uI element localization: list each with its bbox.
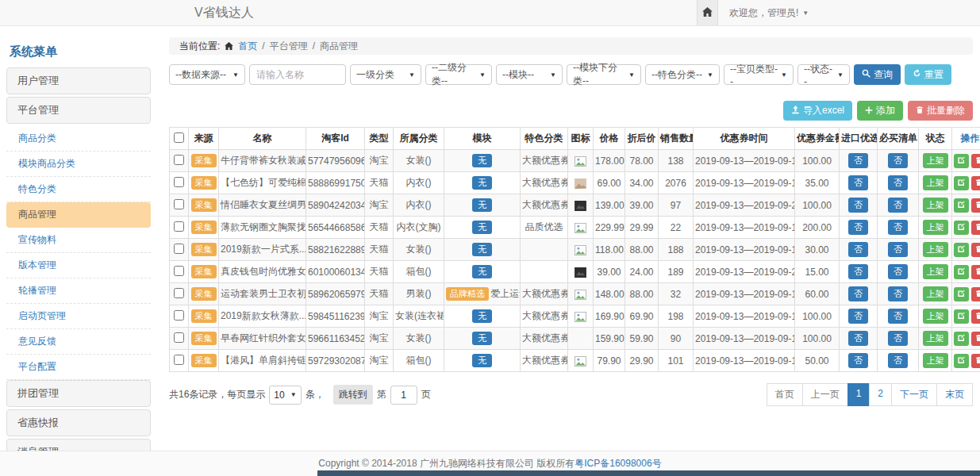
sidebar-item-6[interactable]: 宣传物料 bbox=[6, 228, 151, 253]
edit-button[interactable] bbox=[954, 243, 969, 257]
sidebar-item-11[interactable]: 平台配置 bbox=[6, 355, 151, 380]
row-checkbox[interactable] bbox=[174, 177, 184, 187]
delete-button[interactable] bbox=[971, 176, 980, 190]
sidebar-item-7[interactable]: 版本管理 bbox=[6, 253, 151, 278]
status-toggle[interactable]: 上架 bbox=[923, 198, 948, 213]
must-buy-toggle[interactable]: 否 bbox=[888, 309, 908, 324]
row-checkbox[interactable] bbox=[174, 221, 184, 232]
page-1-button[interactable]: 1 bbox=[847, 383, 870, 406]
edit-button[interactable] bbox=[954, 221, 969, 235]
delete-button[interactable] bbox=[971, 332, 980, 346]
edit-button[interactable] bbox=[954, 265, 969, 279]
status-toggle[interactable]: 上架 bbox=[923, 353, 948, 368]
row-checkbox[interactable] bbox=[174, 288, 184, 298]
sidebar-item-9[interactable]: 启动页管理 bbox=[6, 304, 151, 329]
edit-button[interactable] bbox=[954, 198, 969, 213]
must-buy-toggle[interactable]: 否 bbox=[888, 286, 908, 301]
delete-button[interactable] bbox=[971, 265, 980, 279]
data-source-select[interactable]: --数据来源--▼ bbox=[169, 64, 245, 85]
search-button[interactable]: 查询 bbox=[854, 64, 901, 85]
status-toggle[interactable]: 上架 bbox=[923, 264, 948, 279]
row-checkbox[interactable] bbox=[174, 244, 184, 254]
must-buy-toggle[interactable]: 否 bbox=[888, 331, 908, 346]
sidebar-item-4[interactable]: 特色分类 bbox=[6, 177, 151, 202]
status-select[interactable]: --状态--▼ bbox=[797, 64, 850, 85]
level1-category-select[interactable]: 一级分类▼ bbox=[350, 64, 421, 85]
sidebar-group-1[interactable]: 平台管理 bbox=[6, 97, 151, 124]
import-select-toggle[interactable]: 否 bbox=[848, 286, 868, 301]
import-select-toggle[interactable]: 否 bbox=[848, 198, 868, 213]
page-first-button[interactable]: 首页 bbox=[767, 383, 803, 406]
row-checkbox[interactable] bbox=[174, 155, 184, 165]
jump-to-page-button[interactable]: 跳转到 bbox=[333, 385, 373, 405]
delete-button[interactable] bbox=[971, 198, 980, 213]
status-toggle[interactable]: 上架 bbox=[923, 153, 948, 168]
sidebar-item-10[interactable]: 意见反馈 bbox=[6, 329, 151, 355]
page-last-button[interactable]: 末页 bbox=[936, 383, 973, 406]
sidebar-item-5[interactable]: 商品管理 bbox=[6, 202, 151, 228]
item-type-select[interactable]: --宝贝类型--▼ bbox=[724, 64, 794, 85]
import-select-toggle[interactable]: 否 bbox=[848, 264, 868, 279]
status-toggle[interactable]: 上架 bbox=[923, 331, 948, 346]
import-select-toggle[interactable]: 否 bbox=[848, 309, 868, 324]
user-menu[interactable]: 欢迎您，管理员! ▼ bbox=[718, 0, 980, 25]
row-checkbox[interactable] bbox=[174, 310, 184, 321]
status-toggle[interactable]: 上架 bbox=[923, 286, 948, 301]
module-subcategory-select[interactable]: --模块下分类--▼ bbox=[567, 64, 641, 85]
import-select-toggle[interactable]: 否 bbox=[848, 353, 868, 368]
edit-button[interactable] bbox=[954, 154, 969, 168]
must-buy-toggle[interactable]: 否 bbox=[888, 175, 908, 190]
row-checkbox[interactable] bbox=[174, 332, 184, 343]
page-2-button[interactable]: 2 bbox=[869, 383, 892, 406]
status-toggle[interactable]: 上架 bbox=[923, 175, 948, 190]
must-buy-toggle[interactable]: 否 bbox=[888, 153, 908, 168]
row-checkbox[interactable] bbox=[174, 266, 184, 276]
sidebar-group-13[interactable]: 省惠快报 bbox=[6, 409, 151, 436]
reset-button[interactable]: 重置 bbox=[905, 64, 951, 85]
delete-button[interactable] bbox=[971, 221, 980, 235]
page-prev-button[interactable]: 上一页 bbox=[802, 383, 848, 406]
status-toggle[interactable]: 上架 bbox=[923, 242, 948, 257]
must-buy-toggle[interactable]: 否 bbox=[888, 353, 908, 368]
import-excel-button[interactable]: 导入excel bbox=[783, 101, 852, 121]
status-toggle[interactable]: 上架 bbox=[923, 309, 948, 324]
page-number-input[interactable] bbox=[390, 386, 417, 405]
import-select-toggle[interactable]: 否 bbox=[848, 220, 868, 235]
select-all-checkbox[interactable] bbox=[174, 132, 184, 143]
must-buy-toggle[interactable]: 否 bbox=[888, 242, 908, 257]
sidebar-group-0[interactable]: 用户管理 bbox=[6, 67, 151, 94]
edit-button[interactable] bbox=[954, 176, 969, 190]
must-buy-toggle[interactable]: 否 bbox=[888, 264, 908, 279]
delete-button[interactable] bbox=[971, 354, 980, 368]
icp-link[interactable]: 粤ICP备16098006号 bbox=[575, 457, 661, 470]
breadcrumb-home-link[interactable]: 首页 bbox=[238, 40, 257, 53]
delete-button[interactable] bbox=[971, 287, 980, 301]
delete-button[interactable] bbox=[971, 309, 980, 324]
row-checkbox[interactable] bbox=[174, 355, 184, 365]
import-select-toggle[interactable]: 否 bbox=[848, 175, 868, 190]
delete-button[interactable] bbox=[971, 243, 980, 257]
add-button[interactable]: 添加 bbox=[857, 101, 903, 121]
edit-button[interactable] bbox=[954, 309, 969, 324]
edit-button[interactable] bbox=[954, 332, 969, 346]
name-search-input[interactable] bbox=[249, 64, 346, 85]
status-toggle[interactable]: 上架 bbox=[923, 220, 948, 235]
edit-button[interactable] bbox=[954, 354, 969, 368]
home-button[interactable] bbox=[697, 0, 718, 25]
must-buy-toggle[interactable]: 否 bbox=[888, 198, 908, 213]
module-select[interactable]: --模块--▼ bbox=[496, 64, 563, 85]
level2-category-select[interactable]: --二级分类--▼ bbox=[425, 64, 492, 85]
import-select-toggle[interactable]: 否 bbox=[848, 153, 868, 168]
row-checkbox[interactable] bbox=[174, 199, 184, 209]
sidebar-item-2[interactable]: 商品分类 bbox=[6, 126, 151, 152]
feature-category-select[interactable]: --特色分类--▼ bbox=[645, 64, 720, 85]
delete-button[interactable] bbox=[971, 154, 980, 168]
page-next-button[interactable]: 下一页 bbox=[891, 383, 937, 406]
import-select-toggle[interactable]: 否 bbox=[848, 242, 868, 257]
import-select-toggle[interactable]: 否 bbox=[848, 331, 868, 346]
sidebar-group-12[interactable]: 拼团管理 bbox=[6, 380, 151, 407]
must-buy-toggle[interactable]: 否 bbox=[888, 220, 908, 235]
per-page-select[interactable]: 10 ▼ bbox=[269, 386, 301, 405]
batch-delete-button[interactable]: 批量删除 bbox=[908, 101, 973, 121]
edit-button[interactable] bbox=[954, 287, 969, 301]
